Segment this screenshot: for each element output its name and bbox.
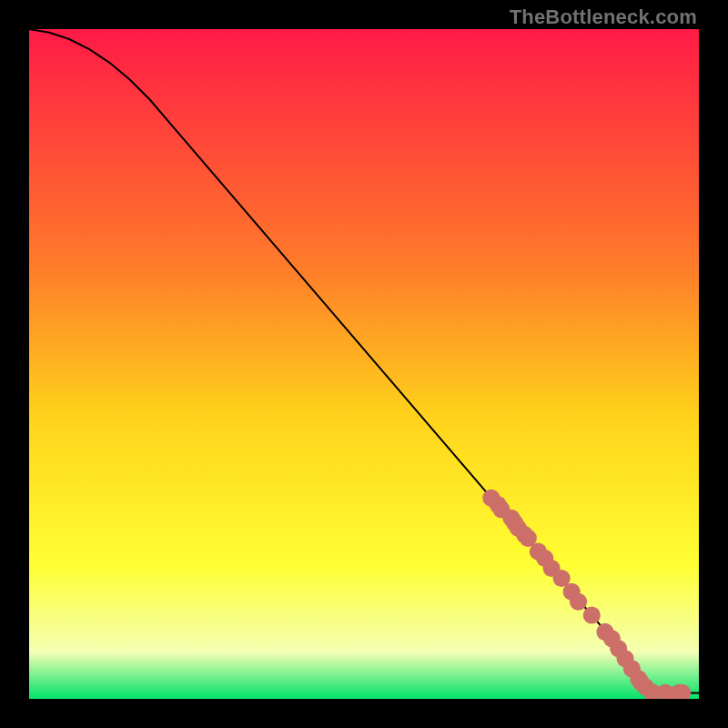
chart-line bbox=[29, 29, 699, 693]
chart-marker bbox=[570, 593, 587, 611]
chart-svg bbox=[29, 29, 699, 699]
chart-marker bbox=[583, 606, 601, 623]
watermark-label: TheBottleneck.com bbox=[510, 5, 697, 29]
chart-frame: TheBottleneck.com bbox=[0, 0, 728, 728]
chart-markers bbox=[482, 490, 691, 699]
plot-area bbox=[29, 29, 699, 699]
